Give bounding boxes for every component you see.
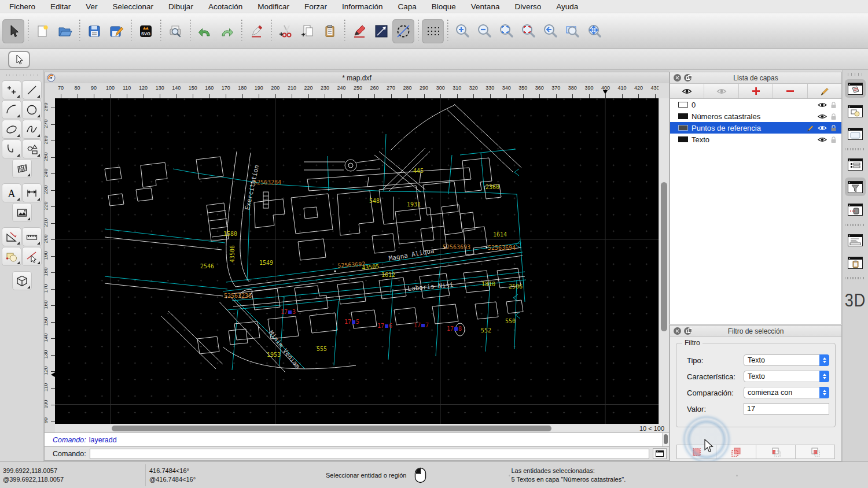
hatch-tool-button[interactable] [12, 159, 32, 178]
solid-3d-tool-button[interactable] [12, 271, 32, 290]
palette-drag-handle[interactable] [6, 73, 38, 77]
delete-button[interactable] [245, 19, 267, 43]
menu-acotación[interactable]: Acotación [208, 2, 242, 11]
circle-tool-button[interactable] [22, 100, 42, 119]
dock-panel-button[interactable] [684, 327, 692, 335]
menu-dibujar[interactable]: Dibujar [168, 2, 193, 11]
menu-ayuda[interactable]: Ayuda [556, 2, 578, 11]
snap-restriction-button[interactable] [22, 247, 42, 266]
menu-fichero[interactable]: Fichero [9, 2, 35, 11]
vertical-scrollbar-thumb[interactable] [661, 182, 667, 331]
zoom-window-button[interactable] [561, 19, 583, 43]
property-editor-toggle[interactable] [845, 155, 866, 173]
drawing-canvas[interactable]: 4452360548193116141580254615494350643505… [55, 98, 659, 424]
layer-row-números-catastrales[interactable]: Números catastrales [670, 110, 841, 122]
eye-icon[interactable] [818, 113, 827, 120]
grid-toggle-button[interactable] [422, 19, 444, 43]
command-line-toggle[interactable] [845, 231, 866, 249]
horizontal-scrollbar-thumb[interactable] [112, 426, 551, 431]
hide-all-layers-button[interactable] [704, 84, 738, 98]
clipboard-panel-toggle[interactable] [845, 253, 866, 272]
filter-comparison-select[interactable]: comienza con [744, 387, 829, 398]
line-tool-button[interactable] [22, 80, 42, 99]
close-panel-button[interactable] [674, 74, 681, 82]
save-as-button[interactable] [105, 19, 127, 43]
history-scrollbar[interactable] [662, 433, 669, 446]
layer-lock-toggle[interactable] [830, 124, 837, 132]
layer-lock-toggle[interactable] [830, 136, 837, 143]
filter-intersect-selection-button[interactable] [796, 445, 834, 459]
zoom-selection-button[interactable] [517, 19, 539, 43]
undo-button[interactable] [194, 19, 216, 43]
eye-icon[interactable] [818, 136, 827, 143]
arc-tool-button[interactable] [2, 100, 21, 119]
layer-row-texto[interactable]: Texto [670, 134, 841, 145]
command-input[interactable] [90, 449, 649, 459]
horizontal-scrollbar[interactable] [55, 424, 627, 432]
misc-draw-tool-button[interactable] [2, 227, 21, 246]
layer-visibility-toggle[interactable] [818, 113, 827, 120]
eye-icon[interactable] [818, 125, 827, 131]
points-tool-button[interactable] [2, 80, 21, 99]
zoom-previous-button[interactable] [539, 19, 561, 43]
menu-modificar[interactable]: Modificar [258, 2, 289, 11]
add-layer-button[interactable] [739, 84, 773, 98]
svg-export-button[interactable]: SVG [135, 19, 157, 43]
strip-drag-handle[interactable] [848, 73, 863, 76]
menu-editar[interactable]: Editar [50, 2, 71, 11]
pan-button[interactable] [583, 19, 605, 43]
filter-type-select[interactable]: Texto [744, 354, 829, 366]
3d-label[interactable]: 3D [845, 291, 866, 312]
vertical-scrollbar[interactable] [659, 98, 669, 424]
text-tool-button[interactable]: A [2, 183, 21, 202]
ruler-tool-button[interactable] [22, 227, 42, 246]
menu-seleccionar[interactable]: Seleccionar [113, 2, 154, 11]
paste-button[interactable] [319, 19, 341, 43]
layer-visibility-toggle[interactable] [818, 102, 827, 108]
new-file-button[interactable] [32, 19, 54, 43]
library-browser-toggle[interactable] [845, 124, 866, 143]
document-title-bar[interactable]: * map.dxf [44, 72, 670, 83]
polyline-tool-button[interactable] [2, 139, 21, 158]
menu-información[interactable]: Información [342, 2, 383, 11]
zoom-auto-button[interactable] [495, 19, 517, 43]
eye-icon[interactable] [818, 102, 827, 108]
lock-icon[interactable] [830, 113, 837, 120]
open-file-button[interactable] [54, 19, 76, 43]
remove-layer-button[interactable] [773, 84, 807, 98]
circle-slash-button[interactable] [392, 19, 414, 43]
filter-add-selection-button[interactable] [716, 445, 756, 459]
image-tool-button[interactable] [12, 203, 32, 222]
menu-ventana[interactable]: Ventana [471, 2, 500, 11]
pattern-tool-toggle[interactable] [845, 200, 866, 219]
layer-visibility-toggle[interactable] [818, 136, 827, 143]
command-options-button[interactable] [653, 448, 667, 459]
layer-row-0[interactable]: 0 [670, 99, 841, 110]
menu-bloque[interactable]: Bloque [432, 2, 456, 11]
polygon-tool-button[interactable] [22, 139, 42, 158]
menu-ver[interactable]: Ver [86, 2, 97, 11]
layer-color-swatch[interactable] [678, 136, 688, 142]
misc-shapes-tool-button[interactable] [2, 247, 21, 266]
ellipse-tool-button[interactable] [2, 120, 21, 139]
pointer-select-button[interactable] [2, 19, 24, 43]
draw-pencil-button[interactable] [348, 19, 370, 43]
menu-diverso[interactable]: Diverso [514, 2, 541, 11]
dimension-tool-button[interactable] [22, 183, 42, 202]
layer-color-swatch[interactable] [678, 113, 688, 119]
copy-button[interactable] [297, 19, 319, 43]
spline-tool-button[interactable] [22, 120, 42, 139]
print-preview-button[interactable] [164, 19, 186, 43]
filter-value-input[interactable] [744, 403, 829, 415]
redo-button[interactable] [216, 19, 238, 43]
layer-color-swatch[interactable] [678, 102, 688, 108]
layer-list-toggle[interactable] [845, 79, 866, 98]
selection-filter-toggle[interactable] [845, 178, 866, 196]
block-list-toggle[interactable] [845, 102, 866, 120]
layer-lock-toggle[interactable] [830, 101, 837, 109]
save-button[interactable] [83, 19, 105, 43]
line-tool-button[interactable] [370, 19, 392, 43]
close-panel-button[interactable] [674, 327, 681, 335]
lock-icon[interactable] [830, 124, 837, 132]
zoom-in-button[interactable] [451, 19, 473, 43]
